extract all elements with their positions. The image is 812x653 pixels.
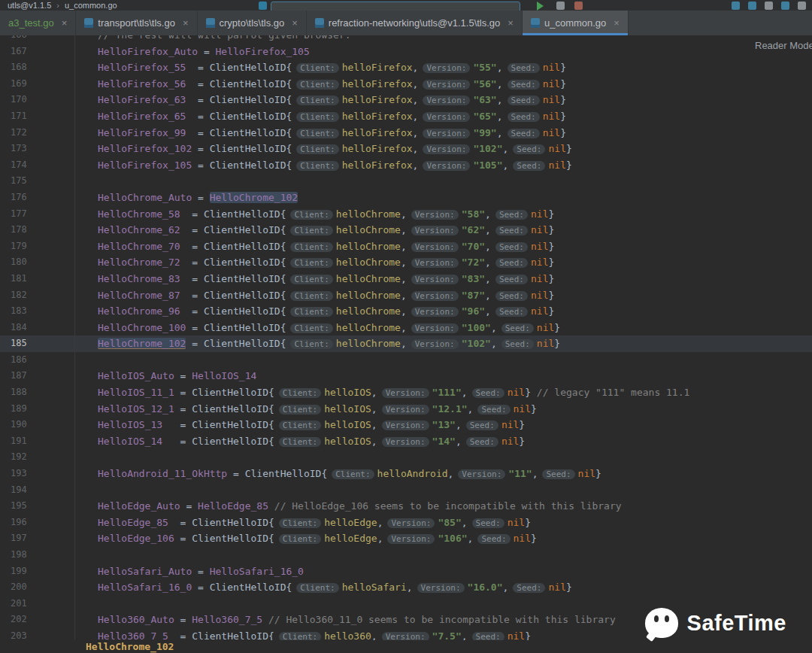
line-number[interactable]: 195	[0, 498, 75, 515]
line-number[interactable]: 189	[0, 401, 75, 418]
editor-tab[interactable]: crypto\tls\tls.go×	[198, 11, 307, 35]
breadcrumb-current-symbol[interactable]: HelloChrome_102	[86, 641, 174, 652]
code-line[interactable]: 173HelloFirefox_102 = ClientHelloID{Clie…	[0, 141, 812, 157]
profiler-icon[interactable]	[732, 2, 740, 10]
line-number[interactable]: 171	[0, 108, 75, 125]
code-text	[75, 173, 98, 190]
code-line[interactable]: 176HelloChrome_Auto = HelloChrome_102	[0, 190, 812, 206]
line-number[interactable]: 202	[0, 612, 75, 628]
editor-tab[interactable]: u_common.go×	[523, 11, 629, 35]
line-number[interactable]: 182	[0, 287, 75, 304]
layout-icon[interactable]	[798, 2, 806, 10]
code-line[interactable]: 172HelloFirefox_99 = ClientHelloID{Clien…	[0, 125, 812, 141]
code-line[interactable]: 200HelloSafari_16_0 = ClientHelloID{Clie…	[0, 579, 812, 596]
line-number[interactable]: 198	[0, 547, 75, 563]
line-number[interactable]: 199	[0, 563, 75, 580]
line-number[interactable]: 185	[0, 336, 75, 352]
code-line[interactable]: 191HelloIOS_14 = ClientHelloID{Client:he…	[0, 433, 812, 450]
settings-gear-icon[interactable]	[765, 2, 773, 10]
notifications-bell-icon[interactable]	[781, 2, 789, 10]
line-number[interactable]: 186	[0, 352, 75, 369]
code-line[interactable]: 186	[0, 352, 812, 369]
code-line[interactable]: 170HelloFirefox_63 = ClientHelloID{Clien…	[0, 92, 812, 108]
code-line[interactable]: 192	[0, 449, 812, 466]
code-line[interactable]: 169HelloFirefox_56 = ClientHelloID{Clien…	[0, 76, 812, 93]
code-line[interactable]: 194	[0, 482, 812, 499]
line-number[interactable]: 193	[0, 466, 75, 482]
code-line[interactable]: 183HelloChrome_96 = ClientHelloID{Client…	[0, 303, 812, 320]
line-number[interactable]: 178	[0, 222, 75, 238]
code-line[interactable]: 199HelloSafari_Auto = HelloSafari_16_0	[0, 563, 812, 580]
code-line[interactable]: 189HelloIOS_12_1 = ClientHelloID{Client:…	[0, 401, 812, 418]
search-field[interactable]	[271, 2, 520, 11]
line-number[interactable]: 167	[0, 44, 75, 60]
debug-icon[interactable]	[574, 2, 583, 10]
code-line[interactable]: 174HelloFirefox_105 = ClientHelloID{Clie…	[0, 157, 812, 174]
line-number[interactable]: 196	[0, 515, 75, 531]
line-number[interactable]: 172	[0, 125, 75, 141]
line-number[interactable]: 190	[0, 417, 75, 433]
search-everywhere-icon[interactable]	[748, 2, 756, 10]
code-line[interactable]: 193HelloAndroid_11_OkHttp = ClientHelloI…	[0, 466, 812, 482]
tab-close-icon[interactable]: ×	[183, 17, 189, 29]
code-line[interactable]: 196HelloEdge_85 = ClientHelloID{Client:h…	[0, 515, 812, 531]
editor-tab[interactable]: a3_test.go×	[0, 11, 76, 35]
code-line[interactable]: 182HelloChrome_87 = ClientHelloID{Client…	[0, 287, 812, 304]
tab-close-icon[interactable]: ×	[292, 17, 298, 29]
tab-close-icon[interactable]: ×	[508, 17, 514, 29]
code-line[interactable]: 177HelloChrome_58 = ClientHelloID{Client…	[0, 206, 812, 223]
code-lines: 166// The rest will will parrot given br…	[0, 35, 812, 645]
line-number[interactable]: 183	[0, 303, 75, 320]
code-line[interactable]: 171HelloFirefox_65 = ClientHelloID{Clien…	[0, 108, 812, 125]
line-number[interactable]: 191	[0, 433, 75, 450]
line-number[interactable]: 194	[0, 482, 75, 499]
code-line[interactable]: 180HelloChrome_72 = ClientHelloID{Client…	[0, 254, 812, 271]
code-line[interactable]: 195HelloEdge_Auto = HelloEdge_85 // Hell…	[0, 498, 812, 515]
code-line[interactable]: 188HelloIOS_11_1 = ClientHelloID{Client:…	[0, 384, 812, 401]
code-line[interactable]: 185HelloChrome_102 = ClientHelloID{Clien…	[0, 336, 812, 352]
build-icon[interactable]	[556, 2, 565, 10]
line-number[interactable]: 179	[0, 238, 75, 255]
code-line[interactable]: 175	[0, 173, 812, 190]
reader-mode-toggle[interactable]: Reader Mode	[755, 40, 812, 51]
line-number[interactable]: 173	[0, 141, 75, 157]
code-editor[interactable]: 166// The rest will will parrot given br…	[0, 35, 812, 653]
code-line[interactable]: 190HelloIOS_13 = ClientHelloID{Client:he…	[0, 417, 812, 433]
code-line[interactable]: 184HelloChrome_100 = ClientHelloID{Clien…	[0, 320, 812, 336]
tab-close-icon[interactable]: ×	[614, 17, 620, 29]
line-number[interactable]: 166	[0, 35, 75, 44]
code-line[interactable]: 179HelloChrome_70 = ClientHelloID{Client…	[0, 238, 812, 255]
editor-tab[interactable]: transport\tls\tls.go×	[76, 11, 197, 35]
line-number[interactable]: 180	[0, 254, 75, 271]
code-line[interactable]: 198	[0, 547, 812, 563]
tab-close-icon[interactable]: ×	[62, 17, 68, 29]
line-number[interactable]: 200	[0, 579, 75, 596]
code-line[interactable]: 197HelloEdge_106 = ClientHelloID{Client:…	[0, 530, 812, 547]
run-config-icon[interactable]	[259, 2, 267, 10]
line-number[interactable]: 168	[0, 59, 75, 76]
line-number[interactable]: 188	[0, 384, 75, 401]
line-number[interactable]: 192	[0, 449, 75, 466]
editor-tab[interactable]: refraction-networking\utls@v1.1.5\tls.go…	[307, 11, 523, 35]
line-number[interactable]: 187	[0, 368, 75, 384]
code-line[interactable]: 167HelloFirefox_Auto = HelloFirefox_105	[0, 44, 812, 60]
code-line[interactable]: 181HelloChrome_83 = ClientHelloID{Client…	[0, 271, 812, 287]
code-line[interactable]: 168HelloFirefox_55 = ClientHelloID{Clien…	[0, 59, 812, 76]
line-number[interactable]: 174	[0, 157, 75, 174]
code-text: // The rest will will parrot given brows…	[75, 35, 351, 44]
line-number[interactable]: 184	[0, 320, 75, 336]
run-button[interactable]	[537, 2, 544, 11]
line-number[interactable]: 176	[0, 190, 75, 206]
code-line[interactable]: 178HelloChrome_62 = ClientHelloID{Client…	[0, 222, 812, 238]
breadcrumb-module[interactable]: utls@v1.1.5	[8, 1, 51, 10]
line-number[interactable]: 177	[0, 206, 75, 223]
line-number[interactable]: 197	[0, 530, 75, 547]
code-line[interactable]: 166// The rest will will parrot given br…	[0, 35, 812, 44]
line-number[interactable]: 201	[0, 596, 75, 612]
breadcrumb-file[interactable]: u_common.go	[65, 1, 117, 10]
line-number[interactable]: 170	[0, 92, 75, 108]
code-line[interactable]: 187HelloIOS_Auto = HelloIOS_14	[0, 368, 812, 384]
line-number[interactable]: 169	[0, 76, 75, 93]
line-number[interactable]: 175	[0, 173, 75, 190]
line-number[interactable]: 181	[0, 271, 75, 287]
